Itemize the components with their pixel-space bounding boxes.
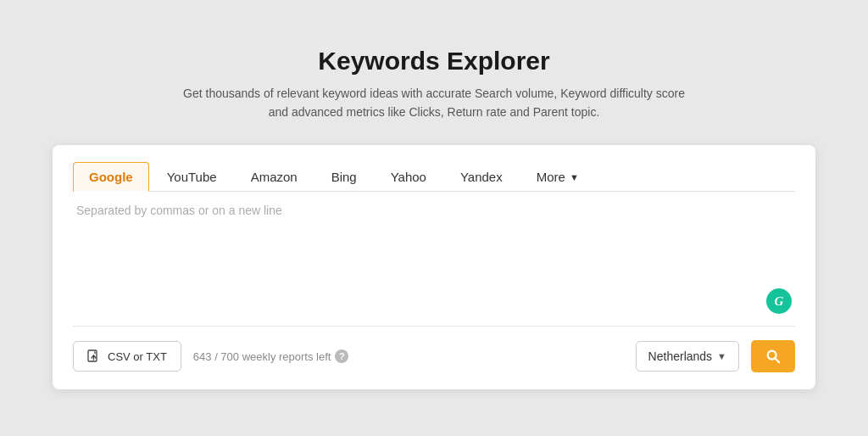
tab-bar: Google YouTube Amazon Bing Yahoo Yandex …: [73, 162, 795, 192]
tab-amazon[interactable]: Amazon: [235, 162, 314, 192]
keyword-input[interactable]: [73, 192, 795, 319]
weekly-reports-text: 643 / 700 weekly reports left: [193, 350, 331, 363]
tab-bing[interactable]: Bing: [315, 162, 373, 192]
search-button[interactable]: [751, 340, 795, 372]
weekly-reports-info: 643 / 700 weekly reports left ?: [193, 349, 349, 363]
page-subtitle: Get thousands of relevant keyword ideas …: [180, 84, 688, 122]
main-card: Google YouTube Amazon Bing Yahoo Yandex …: [53, 145, 815, 389]
csv-upload-button[interactable]: CSV or TXT: [73, 341, 181, 372]
tab-yahoo[interactable]: Yahoo: [375, 162, 442, 192]
csv-button-label: CSV or TXT: [108, 350, 167, 363]
grammarly-letter: G: [775, 294, 784, 309]
tab-yandex[interactable]: Yandex: [444, 162, 519, 192]
tab-more-label: More: [537, 170, 565, 184]
page-container: Keywords Explorer Get thousands of relev…: [0, 21, 868, 416]
country-label: Netherlands: [648, 349, 713, 363]
tab-google[interactable]: Google: [73, 162, 149, 192]
tab-more[interactable]: More ▼: [520, 162, 595, 192]
keyword-input-wrapper: G: [73, 192, 795, 322]
help-icon[interactable]: ?: [335, 349, 348, 363]
page-title: Keywords Explorer: [180, 47, 688, 75]
tab-youtube[interactable]: YouTube: [151, 162, 233, 192]
chevron-down-icon: ▼: [570, 172, 579, 182]
country-selector[interactable]: Netherlands ▼: [636, 341, 739, 372]
page-header: Keywords Explorer Get thousands of relev…: [180, 47, 688, 122]
chevron-down-icon: ▼: [717, 351, 726, 361]
svg-line-3: [776, 359, 780, 363]
search-icon: [765, 349, 781, 364]
upload-icon: [87, 349, 101, 363]
bottom-bar: CSV or TXT 643 / 700 weekly reports left…: [73, 326, 795, 372]
